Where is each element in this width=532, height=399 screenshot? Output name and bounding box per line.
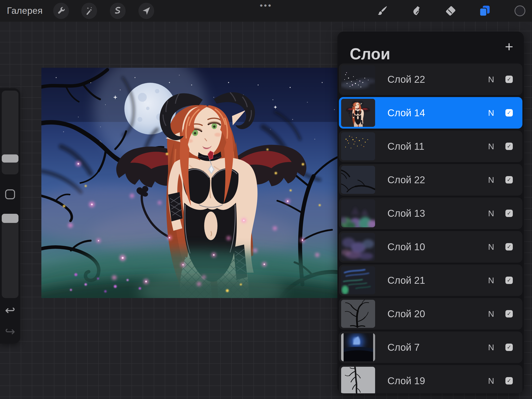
layer-name: Слой 13 — [387, 198, 425, 229]
layer-visibility-checkbox[interactable]: ✓ — [505, 243, 513, 250]
adjustments-wand-icon[interactable] — [81, 3, 97, 19]
gallery-button[interactable]: Галерея — [7, 0, 43, 22]
procreate-workspace: Галерея • — [0, 0, 532, 399]
layer-blend-mode[interactable]: N — [486, 131, 496, 162]
layer-name: Слой 21 — [387, 265, 425, 296]
layer-name: Слой 20 — [387, 298, 425, 330]
layer-name: Слой 10 — [387, 231, 425, 263]
layer-visibility-checkbox[interactable]: ✓ — [505, 377, 513, 384]
layer-visibility-checkbox[interactable]: ✓ — [505, 344, 513, 351]
layer-blend-mode[interactable]: N — [486, 164, 496, 196]
layer-visibility-checkbox[interactable]: ✓ — [505, 76, 513, 83]
eraser-tool-icon[interactable] — [442, 2, 459, 19]
layer-name: Слой 11 — [387, 131, 424, 162]
layer-row[interactable]: Слой 22 N ✓ — [339, 164, 522, 196]
layer-thumbnail[interactable] — [341, 300, 375, 328]
layer-blend-mode[interactable]: N — [486, 365, 496, 393]
layer-visibility-checkbox[interactable]: ✓ — [505, 143, 513, 150]
layer-name: Слой 14 — [387, 97, 425, 129]
layers-panel-title: Слои — [350, 45, 390, 63]
layer-name: Слой 7 — [387, 332, 420, 363]
layer-blend-mode[interactable]: N — [486, 64, 496, 95]
layer-visibility-checkbox[interactable]: ✓ — [505, 176, 513, 183]
layer-visibility-checkbox[interactable]: ✓ — [505, 277, 513, 284]
color-swatch-icon[interactable] — [512, 2, 528, 19]
layer-visibility-checkbox[interactable]: ✓ — [505, 210, 513, 217]
canvas-artwork[interactable] — [41, 68, 349, 298]
layer-visibility-checkbox[interactable]: ✓ — [505, 109, 513, 116]
layer-thumbnail[interactable] — [341, 99, 375, 127]
layer-thumbnail[interactable] — [341, 266, 375, 294]
layer-blend-mode[interactable]: N — [486, 198, 496, 229]
layer-thumbnail[interactable] — [341, 199, 375, 227]
layer-blend-mode[interactable]: N — [486, 231, 496, 263]
modify-button-icon[interactable] — [5, 189, 15, 199]
layer-row[interactable]: Слой 10 N ✓ — [339, 231, 522, 263]
add-layer-icon[interactable]: + — [502, 38, 516, 55]
smudge-tool-icon[interactable] — [408, 2, 425, 19]
layer-visibility-checkbox[interactable]: ✓ — [505, 310, 513, 317]
brush-opacity-slider-handle[interactable] — [2, 214, 18, 223]
layer-thumbnail[interactable] — [341, 367, 375, 393]
layer-row[interactable]: Слой 22 N ✓ — [339, 64, 522, 95]
layer-thumbnail[interactable] — [341, 333, 375, 361]
layer-thumbnail[interactable] — [341, 166, 375, 194]
layer-blend-mode[interactable]: N — [486, 332, 496, 363]
layer-thumbnail[interactable] — [341, 233, 375, 261]
layers-panel: Слои + Слой 22 N ✓ Слой 14 N ✓ Слой 11 N… — [337, 32, 524, 393]
brush-tool-icon[interactable] — [374, 2, 391, 19]
layer-row[interactable]: Слой 19 N ✓ — [339, 365, 522, 393]
layer-row[interactable]: Слой 11 N ✓ — [339, 131, 522, 162]
layer-blend-mode[interactable]: N — [486, 97, 496, 129]
layer-row[interactable]: Слой 7 N ✓ — [339, 332, 522, 363]
actions-wrench-icon[interactable] — [53, 3, 69, 19]
layer-row[interactable]: Слой 20 N ✓ — [339, 298, 522, 330]
brush-size-slider-handle[interactable] — [2, 154, 18, 163]
layer-row[interactable]: Слой 14 N ✓ — [339, 97, 522, 129]
layer-blend-mode[interactable]: N — [486, 265, 496, 296]
layer-list: Слой 22 N ✓ Слой 14 N ✓ Слой 11 N ✓ Слой… — [339, 64, 522, 393]
undo-icon[interactable]: ↩ — [0, 303, 20, 319]
layer-thumbnail[interactable] — [341, 65, 375, 93]
layer-blend-mode[interactable]: N — [486, 298, 496, 330]
layer-name: Слой 22 — [387, 64, 425, 95]
layer-row[interactable]: Слой 21 N ✓ — [339, 265, 522, 296]
brush-opacity-slider[interactable] — [2, 214, 18, 298]
layer-name: Слой 22 — [387, 164, 425, 196]
transform-arrow-icon[interactable] — [138, 3, 154, 19]
redo-icon[interactable]: ↪ — [0, 324, 20, 340]
layer-name: Слой 19 — [387, 365, 425, 393]
brush-controls-sidebar: ↩ ↪ — [0, 88, 20, 344]
layer-thumbnail[interactable] — [341, 132, 375, 160]
top-toolbar: Галерея • — [0, 0, 532, 22]
selection-s-icon[interactable] — [110, 3, 126, 19]
layer-row[interactable]: Слой 13 N ✓ — [339, 198, 522, 229]
layers-panel-icon[interactable] — [476, 2, 493, 19]
more-options-icon[interactable]: ••• — [256, 0, 276, 11]
